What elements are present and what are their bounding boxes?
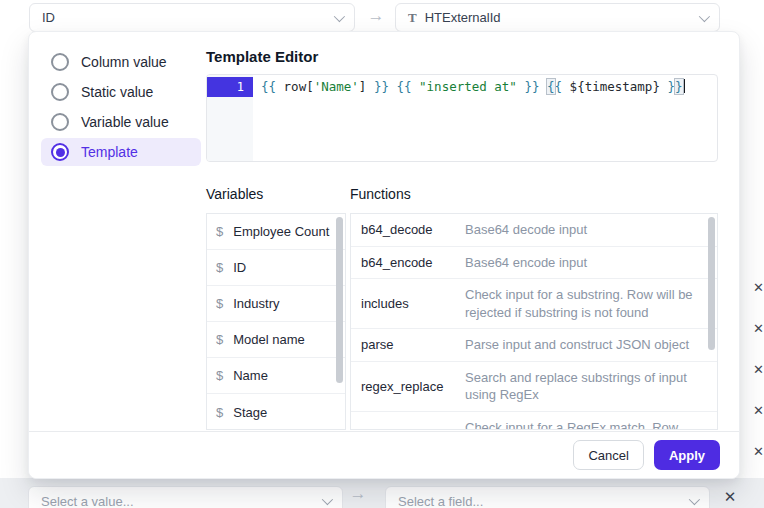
variables-scrollbar[interactable] <box>336 217 343 383</box>
function-description: Base64 decode input <box>465 221 695 239</box>
apply-button[interactable]: Apply <box>654 440 720 470</box>
functions-title: Functions <box>350 186 718 202</box>
function-name: b64_decode <box>361 221 455 239</box>
close-icon[interactable]: ✕ <box>720 487 740 507</box>
code-segment: 'Name' <box>314 79 359 94</box>
value-type-option-static-value[interactable]: Static value <box>41 78 201 106</box>
code-segment: } <box>675 79 683 94</box>
code-segment: {{ <box>261 79 284 94</box>
variables-section: Variables $ Employee Count $ ID $ Indust… <box>206 186 346 430</box>
function-name: regex_replace <box>361 378 455 396</box>
editor-gutter: 1 <box>207 75 253 161</box>
value-type-label: Static value <box>81 84 153 100</box>
arrow-right-icon: → <box>345 484 371 504</box>
code-segment: row[ <box>284 79 314 94</box>
field-placeholder-text: Select a field... <box>398 494 483 508</box>
functions-list: b64_decode Base64 decode input b64_encod… <box>350 213 718 430</box>
variable-name: Industry <box>233 296 279 311</box>
target-field-select[interactable]: T HTExternalId <box>395 3 720 32</box>
dollar-icon: $ <box>216 405 223 420</box>
radio-icon <box>51 53 69 71</box>
row-remove-icon-clipped[interactable]: ✕ <box>753 321 764 337</box>
template-editor-modal: Column value Static value Variable value… <box>28 31 740 479</box>
function-list-item[interactable]: b64_decode Base64 decode input <box>351 214 717 247</box>
variable-list-item[interactable]: $ Stage <box>207 394 345 430</box>
variable-name: Stage <box>233 405 267 420</box>
text-type-icon: T <box>408 10 417 26</box>
value-type-label: Column value <box>81 54 167 70</box>
function-list-item[interactable]: b64_encode Base64 encode input <box>351 247 717 280</box>
value-type-radio-group: Column value Static value Variable value… <box>41 48 201 168</box>
row-remove-icon-clipped[interactable]: ✕ <box>753 403 764 419</box>
source-column-select[interactable]: ID <box>29 3 355 32</box>
value-type-option-template[interactable]: Template <box>41 138 201 166</box>
function-description: Check input for a substring. Row will be… <box>465 286 695 321</box>
modal-content: Template Editor 1 {{ row['Name'] }} {{ "… <box>206 32 718 430</box>
line-number-badge: 1 <box>207 77 253 97</box>
dollar-icon: $ <box>216 368 223 383</box>
variable-name: ID <box>233 260 246 275</box>
variable-list-item[interactable]: $ Employee Count <box>207 214 345 250</box>
chevron-down-icon <box>689 494 700 505</box>
text-cursor <box>684 79 686 93</box>
value-type-label: Variable value <box>81 114 169 130</box>
functions-section: Functions b64_decode Base64 decode input… <box>350 186 718 430</box>
arrow-right-icon: → <box>363 6 389 26</box>
value-placeholder-text: Select a value... <box>41 494 134 508</box>
function-list-item[interactable]: regex_replace Search and replace substri… <box>351 362 717 412</box>
editor-code-area[interactable]: {{ row['Name'] }} {{ "inserted at" }} {{… <box>253 75 717 161</box>
chevron-down-icon <box>334 10 345 21</box>
variables-title: Variables <box>206 186 346 202</box>
function-description: Base64 encode input <box>465 254 695 272</box>
functions-scrollbar[interactable] <box>708 217 715 350</box>
radio-icon <box>51 143 69 161</box>
variables-list: $ Employee Count $ ID $ Industry $ Model… <box>206 213 346 430</box>
function-list-item[interactable]: includes Check input for a substring. Ro… <box>351 279 717 329</box>
value-type-option-variable-value[interactable]: Variable value <box>41 108 201 136</box>
dollar-icon: $ <box>216 260 223 275</box>
code-line: {{ row['Name'] }} {{ "inserted at" }} {{… <box>261 77 717 97</box>
function-description: Search and replace substrings of input u… <box>465 369 695 404</box>
function-name: regex_test <box>361 428 455 430</box>
value-select-placeholder[interactable]: Select a value... <box>28 486 343 508</box>
dollar-icon: $ <box>216 332 223 347</box>
function-name: b64_encode <box>361 254 455 272</box>
code-segment: }} <box>517 79 547 94</box>
code-segment: "inserted at" <box>419 79 517 94</box>
variable-list-item[interactable]: $ Model name <box>207 322 345 358</box>
radio-icon <box>51 83 69 101</box>
code-segment: ${timestamp} <box>570 79 660 94</box>
field-select-placeholder[interactable]: Select a field... <box>385 486 710 508</box>
cancel-button[interactable]: Cancel <box>573 440 643 470</box>
modal-title: Template Editor <box>206 48 718 65</box>
chevron-down-icon <box>322 494 333 505</box>
function-name: parse <box>361 336 455 354</box>
modal-footer: Cancel Apply <box>29 431 739 478</box>
source-column-value: ID <box>42 10 55 25</box>
code-segment: }} {{ <box>366 79 419 94</box>
code-segment: { <box>547 79 555 94</box>
row-remove-icon-clipped[interactable]: ✕ <box>753 280 764 296</box>
function-list-item[interactable]: parse Parse input and construct JSON obj… <box>351 329 717 362</box>
variable-list-item[interactable]: $ Industry <box>207 286 345 322</box>
function-description: Parse input and construct JSON object <box>465 336 695 354</box>
template-code-editor[interactable]: 1 {{ row['Name'] }} {{ "inserted at" }} … <box>206 74 718 162</box>
value-type-option-column-value[interactable]: Column value <box>41 48 201 76</box>
code-segment: } <box>660 79 675 94</box>
function-name: includes <box>361 295 455 313</box>
function-description: Check input for a RegEx match. Row will … <box>465 419 695 430</box>
dollar-icon: $ <box>216 296 223 311</box>
variable-list-item[interactable]: $ Name <box>207 358 345 394</box>
value-type-label: Template <box>81 144 138 160</box>
variable-name: Employee Count <box>233 224 329 239</box>
variable-list-item[interactable]: $ ID <box>207 250 345 286</box>
target-field-value: HTExternalId <box>425 10 501 25</box>
radio-icon <box>51 113 69 131</box>
variable-name: Name <box>233 368 268 383</box>
row-remove-icon-clipped[interactable]: ✕ <box>753 444 764 460</box>
code-segment: { <box>555 79 570 94</box>
function-list-item[interactable]: regex_test Check input for a RegEx match… <box>351 412 717 430</box>
chevron-down-icon <box>699 10 710 21</box>
dollar-icon: $ <box>216 224 223 239</box>
row-remove-icon-clipped[interactable]: ✕ <box>753 362 764 378</box>
